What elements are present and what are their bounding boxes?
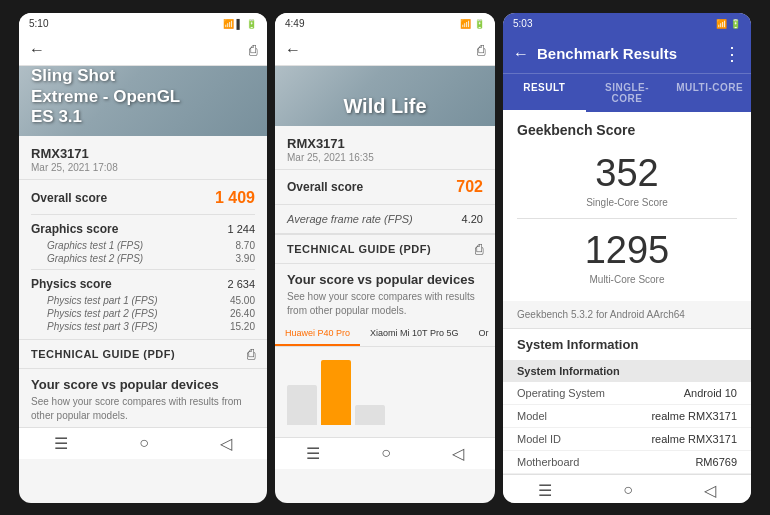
device-tab-0[interactable]: Huawei P40 Pro [275,322,360,346]
device-info-1: RMX3171 Mar 25, 2021 17:08 [19,136,267,180]
back-button-2[interactable]: ← [285,41,301,59]
info-key-0: Operating System [517,387,605,399]
g1-row: Graphics test 1 (FPS) 8.70 [31,239,255,252]
info-key-2: Model ID [517,433,561,445]
content-3: Geekbench Score 352 Single-Core Score 12… [503,112,751,474]
battery-icon: 🔋 [246,19,257,29]
info-row-1: Model realme RMX3171 [503,405,751,428]
status-time-1: 5:10 [29,18,48,29]
device-tab-2[interactable]: Or [468,322,495,346]
system-info-header: System Information [503,328,751,360]
phone-3: 5:03 📶 🔋 ← Benchmark Results ⋮ RESULT SI… [503,13,751,503]
wifi-icon: 📶 [223,19,234,29]
header-title-3: Benchmark Results [537,45,723,62]
status-time-3: 5:03 [513,18,532,29]
p1-label: Physics test part 1 (FPS) [47,295,158,306]
device-date-1: Mar 25, 2021 17:08 [31,162,255,173]
geekbench-note: Geekbench 5.3.2 for Android AArch64 [503,305,751,324]
nav-bar-2: ☰ ○ ◁ [275,437,495,469]
p3-label: Physics test part 3 (FPS) [47,321,158,332]
app-header-1: ← ⎙ [19,35,267,66]
nav-home-3[interactable]: ○ [623,481,633,499]
status-icons-2: 📶 🔋 [460,19,485,29]
share-icon-2[interactable]: ⎙ [475,241,483,257]
p3-value: 15.20 [230,321,255,332]
app-header-2: ← ⎙ [275,35,495,66]
overall-label-2: Overall score [287,180,363,194]
hero-1: Sling Shot Extreme - OpenGL ES 3.1 [19,66,267,136]
single-score-value: 352 [517,152,737,195]
g1-value: 8.70 [236,240,255,251]
info-key-3: Motherboard [517,456,579,468]
graphics-value-1: 1 244 [227,223,255,235]
p3-row: Physics test part 3 (FPS) 15.20 [31,320,255,333]
avg-label-2: Average frame rate (FPS) [287,213,413,225]
p1-row: Physics test part 1 (FPS) 45.00 [31,294,255,307]
share-button-2[interactable]: ⎙ [477,42,485,58]
overall-row-2: Overall score 702 [275,170,495,205]
share-icon-1[interactable]: ⎙ [247,346,255,362]
nav-home-1[interactable]: ○ [139,434,149,452]
graphics-label-1: Graphics score [31,222,118,236]
tab-single-core[interactable]: SINGLE-CORE [586,74,669,112]
tech-guide-2[interactable]: TECHNICAL GUIDE (PDF) ⎙ [275,234,495,264]
back-button-1[interactable]: ← [29,41,45,59]
battery-icon-3: 🔋 [730,19,741,29]
score-sep [517,218,737,219]
tab-result[interactable]: RESULT [503,74,586,112]
popular-section-2: Your score vs popular devices See how yo… [275,264,495,322]
benchmark-title-1: Sling Shot Extreme - OpenGL ES 3.1 [31,66,180,127]
signal-icon: ▌ [237,19,243,29]
status-time-2: 4:49 [285,18,304,29]
status-bar-1: 5:10 📶 ▌ 🔋 [19,13,267,35]
avg-value-2: 4.20 [462,213,483,225]
device-info-2: RMX3171 Mar 25, 2021 16:35 [275,126,495,170]
p1-value: 45.00 [230,295,255,306]
chart-bar-accent [321,360,351,425]
graphics-row-1: Graphics score 1 244 [31,219,255,239]
back-button-3[interactable]: ← [513,45,529,63]
device-date-2: Mar 25, 2021 16:35 [287,152,483,163]
nav-home-2[interactable]: ○ [381,444,391,462]
status-icons-1: 📶 ▌ 🔋 [223,19,257,29]
nav-menu-3[interactable]: ☰ [538,481,552,500]
tab-multi-core[interactable]: MULTI-CORE [668,74,751,112]
popular-section-1: Your score vs popular devices See how yo… [19,369,267,427]
overall-label-1: Overall score [31,191,107,205]
p2-label: Physics test part 2 (FPS) [47,308,158,319]
p2-row: Physics test part 2 (FPS) 26.40 [31,307,255,320]
scores-section-1: Overall score 1 409 Graphics score 1 244… [19,180,267,339]
multi-score-value: 1295 [517,229,737,272]
chart-bars [287,355,483,425]
info-key-1: Model [517,410,547,422]
multi-score-block: 1295 Multi-Core Score [517,223,737,291]
nav-menu-1[interactable]: ☰ [54,434,68,453]
g2-row: Graphics test 2 (FPS) 3.90 [31,252,255,265]
physics-label-1: Physics score [31,277,112,291]
status-bar-2: 4:49 📶 🔋 [275,13,495,35]
divider-1a [31,214,255,215]
more-icon-3[interactable]: ⋮ [723,43,741,65]
g2-label: Graphics test 2 (FPS) [47,253,143,264]
wifi-icon-2: 📶 [460,19,471,29]
tech-guide-1[interactable]: TECHNICAL GUIDE (PDF) ⎙ [19,339,267,369]
nav-menu-2[interactable]: ☰ [306,444,320,463]
table-header-label: System Information [517,365,620,377]
nav-back-2[interactable]: ◁ [452,444,464,463]
geekbench-title: Geekbench Score [517,122,737,138]
share-button-1[interactable]: ⎙ [249,42,257,58]
status-bar-3: 5:03 📶 🔋 [503,13,751,35]
info-val-2: realme RMX3171 [651,433,737,445]
nav-back-3[interactable]: ◁ [704,481,716,500]
overall-value-2: 702 [456,178,483,196]
g2-value: 3.90 [236,253,255,264]
nav-back-1[interactable]: ◁ [220,434,232,453]
info-val-1: realme RMX3171 [651,410,737,422]
p2-value: 26.40 [230,308,255,319]
device-tab-1[interactable]: Xiaomi Mi 10T Pro 5G [360,322,468,346]
blue-header-3: ← Benchmark Results ⋮ [503,35,751,73]
chart-bar-1 [287,385,317,425]
device-name-2: RMX3171 [287,136,483,151]
tech-label-1: TECHNICAL GUIDE (PDF) [31,348,175,360]
single-score-block: 352 Single-Core Score [517,146,737,214]
